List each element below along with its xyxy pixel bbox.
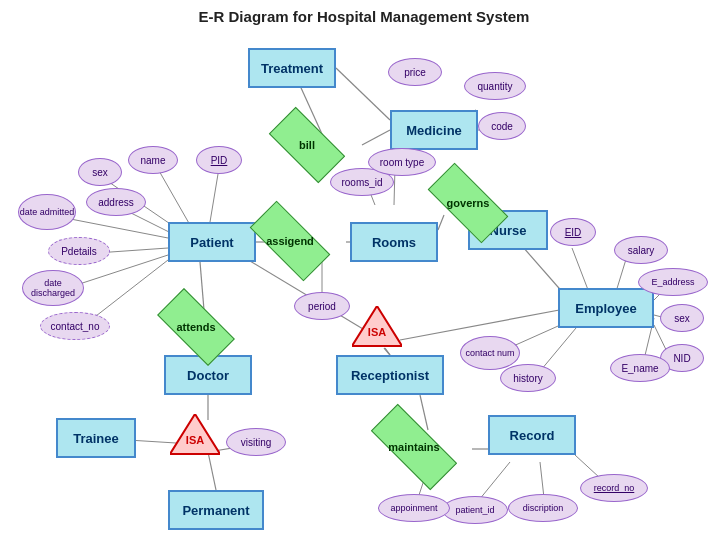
svg-text:ISA: ISA [368,326,386,338]
svg-line-42 [575,455,600,478]
svg-line-40 [420,395,428,430]
attr-pdetails: Pdetails [48,237,110,265]
relation-assigend: assigend [252,222,328,260]
attr-date-discharged: date discharged [22,270,84,306]
svg-text:ISA: ISA [186,434,204,446]
relation-governs: governs [430,184,506,222]
connections-svg [0,0,728,551]
attr-address: address [86,188,146,216]
svg-line-22 [200,262,204,310]
attr-eid: EID [550,218,596,246]
attr-appoinment: appoinment [378,494,450,522]
attr-e-address: E_address [638,268,708,296]
entity-permanent: Permanent [168,490,264,530]
entity-rooms: Rooms [350,222,438,262]
entity-treatment: Treatment [248,48,336,88]
attr-pid: PID [196,146,242,174]
attr-e-name: E_name [610,354,670,382]
attr-history: history [500,364,556,392]
attr-discription: discription [508,494,578,522]
relation-attends: attends [160,308,232,346]
attr-quantity: quantity [464,72,526,100]
entity-receptionist: Receptionist [336,355,444,395]
attr-record-no: record_no [580,474,648,502]
isa-triangle-doctor: ISA [170,414,220,458]
relation-maintains: maintains [372,428,456,466]
attr-price: price [388,58,442,86]
entity-trainee: Trainee [56,418,136,458]
svg-line-1 [362,130,390,145]
attr-name: name [128,146,178,174]
attr-contact-num: contact num [460,336,520,370]
attr-room-type: room type [368,148,436,176]
entity-record: Record [488,415,576,455]
attr-visiting: visiting [226,428,286,456]
attr-sex-p: sex [78,158,122,186]
entity-medicine: Medicine [390,110,478,150]
attr-date-admitted: date admitted [18,194,76,230]
attr-contact-no: contact_no [40,312,110,340]
svg-line-2 [336,68,390,120]
attr-code: code [478,112,526,140]
svg-line-44 [479,462,510,500]
entity-employee: Employee [558,288,654,328]
svg-line-43 [540,462,544,498]
relation-bill: bill [272,126,342,164]
attr-patient-id: patient_id [442,496,508,524]
entity-patient: Patient [168,222,256,262]
attr-salary: salary [614,236,668,264]
isa-triangle-receptionist: ISA [352,306,402,350]
diagram-container: E-R Diagram for Hospital Management Syst… [0,0,728,551]
attr-period: period [294,292,350,320]
attr-sex-e: sex [660,304,704,332]
